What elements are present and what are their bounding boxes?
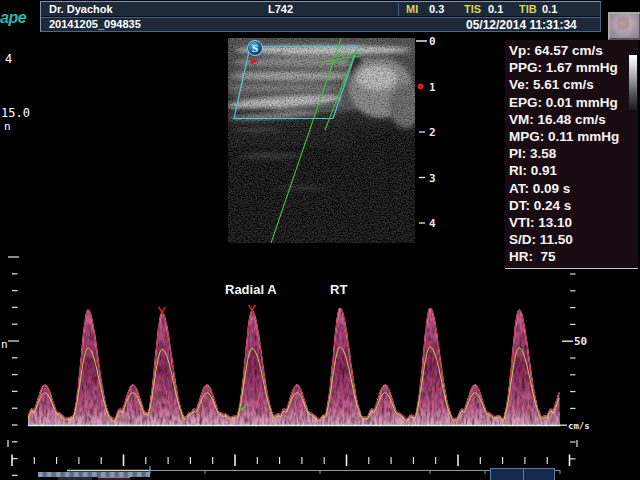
velocity-unit-label: cm/s (568, 421, 590, 431)
depth-ruler: 01234 (416, 35, 436, 230)
focus-marker (418, 84, 424, 90)
depth-label: 4 (429, 217, 436, 230)
button-divider (523, 469, 524, 480)
time-ruler (12, 455, 570, 467)
velocity-scale-label: 50 (574, 335, 587, 348)
depth-label: 0 (429, 35, 436, 48)
doppler-left-ruler (8, 257, 19, 475)
tgc-mini-strip[interactable] (38, 472, 150, 477)
depth-label: 3 (429, 172, 436, 185)
rulers-overlay: 0123450cm/s (0, 0, 640, 480)
depth-label: 2 (429, 126, 436, 139)
doppler-right-ruler: 50cm/s (560, 274, 590, 459)
ultrasound-screen: ape Dr. Dyachok L742 MI 0.3 TIS 0.1 TIB … (0, 0, 640, 480)
depth-label: 1 (429, 81, 436, 94)
bottom-buttons[interactable] (490, 468, 555, 480)
